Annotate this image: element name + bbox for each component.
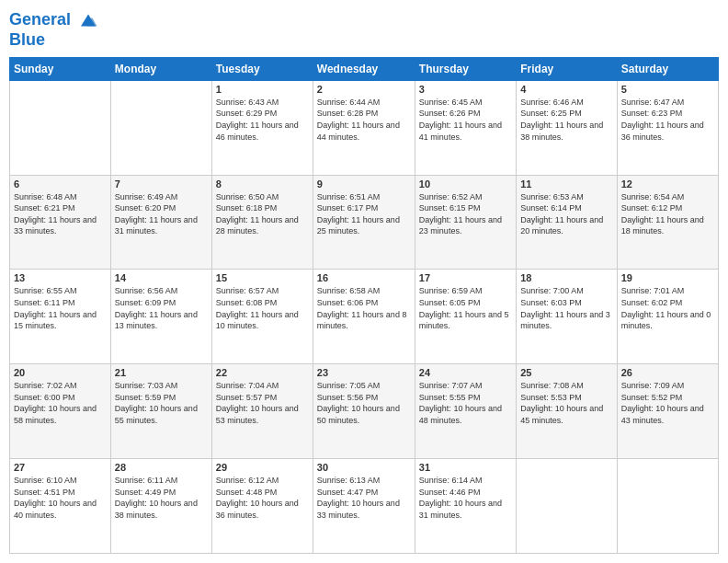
calendar-cell: 3 Sunrise: 6:45 AM Sunset: 6:26 PM Dayli… (415, 80, 516, 175)
day-number: 15 (216, 272, 309, 283)
day-number: 18 (520, 272, 612, 283)
calendar-cell: 28 Sunrise: 6:11 AM Sunset: 4:49 PM Dayl… (110, 459, 211, 554)
day-info: Sunrise: 7:01 AM Sunset: 6:02 PM Dayligh… (621, 285, 714, 331)
day-number: 29 (216, 462, 309, 473)
calendar-cell: 29 Sunrise: 6:12 AM Sunset: 4:48 PM Dayl… (211, 459, 313, 554)
calendar-cell: 17 Sunrise: 6:59 AM Sunset: 6:05 PM Dayl… (415, 270, 516, 364)
day-number: 30 (317, 462, 411, 473)
calendar-cell (517, 459, 617, 554)
day-number: 4 (520, 84, 612, 95)
day-info: Sunrise: 6:46 AM Sunset: 6:25 PM Dayligh… (520, 97, 612, 143)
day-number: 6 (14, 178, 107, 190)
calendar-cell: 7 Sunrise: 6:49 AM Sunset: 6:20 PM Dayli… (110, 175, 211, 270)
week-row-4: 20 Sunrise: 7:02 AM Sunset: 6:00 PM Dayl… (10, 364, 719, 459)
day-number: 2 (317, 84, 411, 95)
day-number: 17 (419, 272, 512, 283)
weekday-header-tuesday: Tuesday (211, 57, 313, 80)
calendar-cell: 13 Sunrise: 6:55 AM Sunset: 6:11 PM Dayl… (10, 270, 111, 364)
day-number: 27 (14, 462, 107, 473)
week-row-5: 27 Sunrise: 6:10 AM Sunset: 4:51 PM Dayl… (10, 459, 719, 554)
calendar-cell: 23 Sunrise: 7:05 AM Sunset: 5:56 PM Dayl… (313, 364, 415, 459)
calendar-cell (110, 80, 211, 175)
day-number: 9 (317, 178, 411, 190)
calendar-cell: 15 Sunrise: 6:57 AM Sunset: 6:08 PM Dayl… (211, 270, 313, 364)
calendar-cell: 31 Sunrise: 6:14 AM Sunset: 4:46 PM Dayl… (415, 459, 516, 554)
day-number: 24 (419, 367, 512, 378)
day-info: Sunrise: 6:13 AM Sunset: 4:47 PM Dayligh… (317, 475, 411, 521)
day-number: 13 (14, 272, 107, 283)
day-info: Sunrise: 6:51 AM Sunset: 6:17 PM Dayligh… (317, 191, 411, 237)
day-number: 1 (216, 84, 309, 95)
calendar-cell: 12 Sunrise: 6:54 AM Sunset: 6:12 PM Dayl… (617, 175, 718, 270)
day-number: 14 (115, 272, 208, 283)
calendar-cell (617, 459, 718, 554)
calendar-cell: 11 Sunrise: 6:53 AM Sunset: 6:14 PM Dayl… (517, 175, 617, 270)
day-number: 23 (317, 367, 411, 378)
week-row-2: 6 Sunrise: 6:48 AM Sunset: 6:21 PM Dayli… (10, 175, 719, 270)
calendar-cell (10, 80, 111, 175)
day-info: Sunrise: 6:43 AM Sunset: 6:29 PM Dayligh… (216, 97, 309, 143)
day-info: Sunrise: 6:14 AM Sunset: 4:46 PM Dayligh… (419, 475, 512, 521)
day-info: Sunrise: 6:10 AM Sunset: 4:51 PM Dayligh… (14, 475, 107, 521)
day-info: Sunrise: 6:59 AM Sunset: 6:05 PM Dayligh… (419, 285, 512, 331)
day-info: Sunrise: 6:47 AM Sunset: 6:23 PM Dayligh… (621, 97, 714, 143)
weekday-header-monday: Monday (110, 57, 211, 80)
day-number: 20 (14, 367, 107, 378)
calendar-cell: 19 Sunrise: 7:01 AM Sunset: 6:02 PM Dayl… (617, 270, 718, 364)
calendar-cell: 30 Sunrise: 6:13 AM Sunset: 4:47 PM Dayl… (313, 459, 415, 554)
calendar-cell: 27 Sunrise: 6:10 AM Sunset: 4:51 PM Dayl… (10, 459, 111, 554)
day-info: Sunrise: 6:44 AM Sunset: 6:28 PM Dayligh… (317, 97, 411, 143)
calendar-cell: 26 Sunrise: 7:09 AM Sunset: 5:52 PM Dayl… (617, 364, 718, 459)
calendar-cell: 9 Sunrise: 6:51 AM Sunset: 6:17 PM Dayli… (313, 175, 415, 270)
calendar-cell: 16 Sunrise: 6:58 AM Sunset: 6:06 PM Dayl… (313, 270, 415, 364)
day-info: Sunrise: 6:45 AM Sunset: 6:26 PM Dayligh… (419, 97, 512, 143)
day-number: 19 (621, 272, 714, 283)
day-number: 28 (115, 462, 208, 473)
day-number: 11 (520, 178, 612, 190)
weekday-header-saturday: Saturday (617, 57, 718, 80)
day-info: Sunrise: 7:07 AM Sunset: 5:55 PM Dayligh… (419, 380, 512, 426)
calendar-cell: 25 Sunrise: 7:08 AM Sunset: 5:53 PM Dayl… (517, 364, 617, 459)
day-info: Sunrise: 6:11 AM Sunset: 4:49 PM Dayligh… (115, 475, 208, 521)
day-info: Sunrise: 6:49 AM Sunset: 6:20 PM Dayligh… (115, 191, 208, 237)
day-number: 31 (419, 462, 512, 473)
day-info: Sunrise: 6:57 AM Sunset: 6:08 PM Dayligh… (216, 285, 309, 331)
calendar-cell: 8 Sunrise: 6:50 AM Sunset: 6:18 PM Dayli… (211, 175, 313, 270)
day-info: Sunrise: 6:48 AM Sunset: 6:21 PM Dayligh… (14, 191, 107, 237)
weekday-header-wednesday: Wednesday (313, 57, 415, 80)
calendar-cell: 6 Sunrise: 6:48 AM Sunset: 6:21 PM Dayli… (10, 175, 111, 270)
header: General Blue (9, 9, 719, 50)
day-number: 7 (115, 178, 208, 190)
day-number: 8 (216, 178, 309, 190)
day-number: 5 (621, 84, 714, 95)
day-number: 22 (216, 367, 309, 378)
day-number: 26 (621, 367, 714, 378)
calendar-cell: 2 Sunrise: 6:44 AM Sunset: 6:28 PM Dayli… (313, 80, 415, 175)
weekday-header-friday: Friday (517, 57, 617, 80)
day-info: Sunrise: 6:58 AM Sunset: 6:06 PM Dayligh… (317, 285, 411, 331)
day-info: Sunrise: 6:52 AM Sunset: 6:15 PM Dayligh… (419, 191, 512, 237)
calendar-cell: 24 Sunrise: 7:07 AM Sunset: 5:55 PM Dayl… (415, 364, 516, 459)
day-info: Sunrise: 7:05 AM Sunset: 5:56 PM Dayligh… (317, 380, 411, 426)
calendar-cell: 10 Sunrise: 6:52 AM Sunset: 6:15 PM Dayl… (415, 175, 516, 270)
calendar-cell: 4 Sunrise: 6:46 AM Sunset: 6:25 PM Dayli… (517, 80, 617, 175)
weekday-header-sunday: Sunday (10, 57, 111, 80)
day-number: 10 (419, 178, 512, 190)
calendar-cell: 14 Sunrise: 6:56 AM Sunset: 6:09 PM Dayl… (110, 270, 211, 364)
day-number: 3 (419, 84, 512, 95)
day-info: Sunrise: 7:02 AM Sunset: 6:00 PM Dayligh… (14, 380, 107, 426)
logo-text: General (9, 9, 99, 31)
day-number: 25 (520, 367, 612, 378)
page: General Blue SundayMondayTuesdayWednesda… (0, 0, 728, 563)
day-info: Sunrise: 7:08 AM Sunset: 5:53 PM Dayligh… (520, 380, 612, 426)
logo-blue: Blue (9, 31, 99, 50)
weekday-header-row: SundayMondayTuesdayWednesdayThursdayFrid… (10, 57, 719, 80)
calendar-cell: 22 Sunrise: 7:04 AM Sunset: 5:57 PM Dayl… (211, 364, 313, 459)
day-info: Sunrise: 7:09 AM Sunset: 5:52 PM Dayligh… (621, 380, 714, 426)
day-info: Sunrise: 6:56 AM Sunset: 6:09 PM Dayligh… (115, 285, 208, 331)
day-info: Sunrise: 6:12 AM Sunset: 4:48 PM Dayligh… (216, 475, 309, 521)
day-info: Sunrise: 6:50 AM Sunset: 6:18 PM Dayligh… (216, 191, 309, 237)
calendar-cell: 1 Sunrise: 6:43 AM Sunset: 6:29 PM Dayli… (211, 80, 313, 175)
week-row-1: 1 Sunrise: 6:43 AM Sunset: 6:29 PM Dayli… (10, 80, 719, 175)
weekday-header-thursday: Thursday (415, 57, 516, 80)
